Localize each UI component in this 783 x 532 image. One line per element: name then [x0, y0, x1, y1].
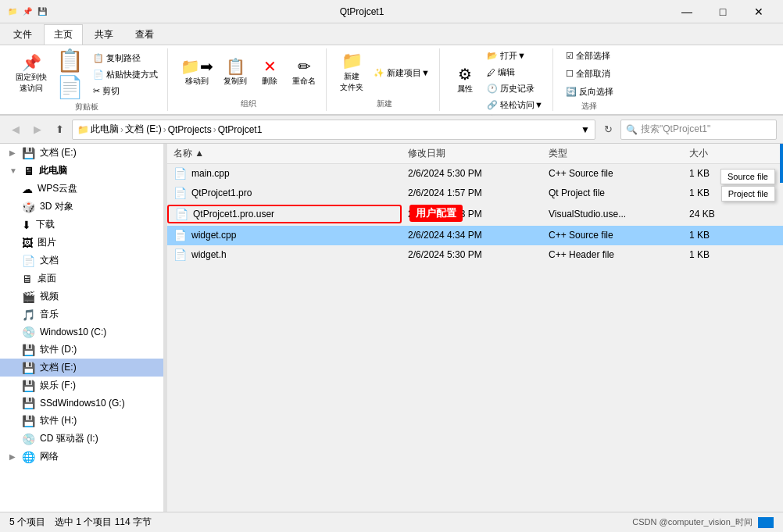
col-header-date[interactable]: 修改日期	[402, 145, 542, 162]
invert-selection-button[interactable]: 🔄 反向选择	[563, 84, 617, 99]
move-to-button[interactable]: 📁➡ 移动到	[177, 57, 216, 88]
sidebar-item-label: 下载	[36, 218, 55, 231]
rename-icon: ✏	[298, 59, 311, 74]
sidebar-item-fun-f[interactable]: 💾 娱乐 (F:)	[0, 377, 163, 395]
col-header-name[interactable]: 名称 ▲	[167, 145, 402, 162]
sidebar-item-music[interactable]: 🎵 音乐	[0, 305, 163, 323]
minimize-button[interactable]: —	[669, 0, 705, 23]
sidebar-item-3d[interactable]: 🎲 3D 对象	[0, 198, 163, 216]
file-row-user[interactable]: 📄 QtProjcet1.pro.user 2/6/2024 5:23 PM V…	[167, 203, 783, 226]
drive-d-icon: 💾	[22, 344, 35, 356]
new-label: 新建	[377, 98, 392, 111]
rename-button[interactable]: ✏ 重命名	[288, 57, 320, 88]
sidebar-item-soft-h[interactable]: 💾 软件 (H:)	[0, 412, 163, 430]
file-type: C++ Header file	[542, 248, 683, 262]
easy-access-icon: 🔗	[487, 100, 498, 110]
search-box[interactable]: 🔍 搜索"QtProjcet1"	[620, 120, 777, 140]
organize-label: 组织	[241, 98, 256, 111]
edit-button[interactable]: 🖊 编辑	[484, 65, 546, 80]
select-none-button[interactable]: ☐ 全部取消	[563, 66, 613, 81]
refresh-button[interactable]: ↻	[599, 120, 617, 139]
file-type: Qt Project file	[542, 186, 683, 200]
organize-items: 📁➡ 移动到 📋 复制到 ✕ 删除 ✏ 重命名	[177, 48, 320, 97]
sidebar-item-label: 3D 对象	[40, 200, 73, 213]
select-none-icon: ☐	[566, 69, 574, 79]
sidebar-item-cd-i[interactable]: 💿 CD 驱动器 (I:)	[0, 430, 163, 448]
sidebar-item-wps[interactable]: ☁ WPS云盘	[0, 180, 163, 198]
file-type: C++ Source file	[542, 166, 683, 180]
col-header-type[interactable]: 类型	[542, 145, 683, 162]
sidebar-item-docs-e[interactable]: 💾 文档 (E:)	[0, 359, 163, 377]
sidebar-item-label: 娱乐 (F:)	[40, 379, 76, 392]
file-icon-widget-cpp: 📄	[173, 229, 187, 241]
sidebar-item-label: 桌面	[38, 272, 56, 285]
file-date: 2/6/2024 5:30 PM	[402, 248, 542, 262]
tab-home[interactable]: 主页	[44, 24, 83, 45]
paste-shortcut-button[interactable]: 📄 粘贴快捷方式	[90, 67, 161, 82]
sidebar-item-documents-e[interactable]: ▶ 💾 文档 (E:)	[0, 144, 163, 162]
up-button[interactable]: ⬆	[50, 120, 69, 139]
download-icon: ⬇	[22, 219, 31, 231]
save-icon: 💾	[36, 5, 48, 18]
file-name: main.cpp	[191, 168, 230, 179]
file-name: widget.cpp	[191, 230, 236, 241]
easy-access-button[interactable]: 🔗 轻松访问▼	[484, 98, 546, 112]
copy-button[interactable]: 📋	[53, 48, 87, 73]
sidebar-item-label: 文档	[40, 254, 59, 267]
new-item-icon: ✨	[374, 68, 384, 78]
close-button[interactable]: ✕	[741, 0, 777, 23]
sidebar-item-label: 视频	[40, 290, 59, 303]
file-list-container: 名称 ▲ 修改日期 类型 大小 📄 main.cpp 2	[167, 144, 783, 512]
forward-button[interactable]: ▶	[28, 120, 47, 139]
cut-button[interactable]: ✂ 剪切	[90, 84, 161, 98]
pin-to-access-button[interactable]: 📌 固定到快速访问	[13, 53, 50, 95]
history-icon: 🕐	[487, 84, 498, 94]
file-icon-pro: 📄	[173, 187, 187, 199]
tab-file[interactable]: 文件	[3, 24, 42, 45]
select-all-button[interactable]: ☑ 全部选择	[563, 48, 613, 63]
drive-c-icon: 💿	[22, 326, 35, 338]
tab-view[interactable]: 查看	[125, 24, 164, 45]
file-row-pro[interactable]: 📄 QtProjcet1.pro 2/6/2024 1:57 PM Qt Pro…	[167, 184, 783, 203]
sidebar-item-documents[interactable]: 📄 文档	[0, 252, 163, 270]
tab-share[interactable]: 共享	[84, 24, 123, 45]
sidebar-item-label: Windows10 (C:)	[40, 327, 106, 337]
copy-to-button[interactable]: 📋 复制到	[220, 57, 251, 88]
file-row-widget-cpp[interactable]: 📄 widget.cpp 2/6/2024 4:34 PM C++ Source…	[167, 226, 783, 245]
file-name: QtProjcet1.pro.user	[193, 209, 274, 220]
properties-button[interactable]: ⚙ 属性	[449, 65, 481, 96]
open-button[interactable]: 📂 打开▼	[484, 48, 546, 63]
sidebar-item-ssd-g[interactable]: 💾 SSdWindows10 (G:)	[0, 395, 163, 412]
sidebar-item-downloads[interactable]: ⬇ 下载	[0, 216, 163, 234]
paste-button[interactable]: 📄	[53, 75, 87, 100]
file-icon-h: 📄	[173, 248, 187, 261]
breadcrumb[interactable]: 📁 此电脑 › 文档 (E:) › QtProjects › QtProjcet…	[72, 120, 595, 140]
select-label: 选择	[581, 101, 597, 113]
sidebar-item-this-pc[interactable]: ▼ 🖥 此电脑	[0, 162, 163, 180]
pin-icon: 📌	[21, 5, 34, 18]
wps-icon: ☁	[22, 183, 33, 195]
new-folder-button[interactable]: 📁 新建文件夹	[336, 51, 367, 95]
back-button[interactable]: ◀	[6, 120, 25, 139]
copy-path-button[interactable]: 📋 复制路径	[90, 51, 161, 66]
sidebar-item-label: 文档 (E:)	[40, 146, 77, 159]
sidebar-item-network[interactable]: ▶ 🌐 网络	[0, 448, 163, 466]
maximize-button[interactable]: □	[705, 0, 741, 23]
new-folder-icon: 📁	[341, 52, 363, 70]
sidebar-item-videos[interactable]: 🎬 视频	[0, 287, 163, 305]
col-header-size[interactable]: 大小	[683, 145, 745, 162]
file-row-widget-h[interactable]: 📄 widget.h 2/6/2024 5:30 PM C++ Header f…	[167, 245, 783, 265]
properties-icon: ⚙	[458, 66, 472, 82]
sidebar-item-win10c[interactable]: 💿 Windows10 (C:)	[0, 323, 163, 341]
new-item-button[interactable]: ✨ 新建项目▼	[370, 66, 433, 80]
copy-icon: 📋	[56, 50, 84, 72]
file-row-main-cpp[interactable]: 📄 main.cpp 2/6/2024 5:30 PM C++ Source f…	[167, 164, 783, 184]
history-button[interactable]: 🕐 历史记录	[484, 81, 546, 96]
music-icon: 🎵	[22, 309, 35, 321]
sidebar-item-pictures[interactable]: 🖼 图片	[0, 234, 163, 252]
sidebar-item-desktop[interactable]: 🖥 桌面	[0, 270, 163, 287]
delete-button[interactable]: ✕ 删除	[254, 57, 285, 88]
sidebar-item-soft-d[interactable]: 💾 软件 (D:)	[0, 341, 163, 359]
sidebar-item-label: 软件 (H:)	[40, 414, 77, 427]
sidebar-item-label: 图片	[38, 236, 56, 249]
